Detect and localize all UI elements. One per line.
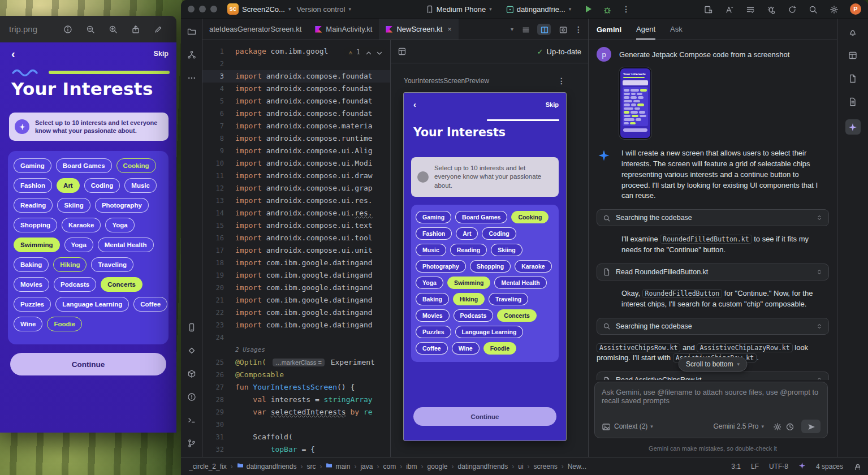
debug-button[interactable] bbox=[603, 4, 611, 14]
terminal-tool-icon[interactable] bbox=[187, 414, 196, 425]
zoom-out-icon[interactable] bbox=[86, 24, 95, 34]
file-encoding[interactable]: UTF-8 bbox=[769, 463, 788, 470]
breadcrumb-item[interactable]: main bbox=[326, 462, 350, 470]
code-line[interactable]: 11import androidx.compose.ui.draw bbox=[202, 170, 390, 182]
zoom-in-icon[interactable] bbox=[109, 24, 118, 34]
code-line[interactable]: 8import androidx.compose.runtime bbox=[202, 132, 390, 145]
breadcrumb-item[interactable]: google bbox=[427, 463, 447, 470]
preview-layout-icon[interactable] bbox=[398, 47, 407, 57]
history-icon[interactable] bbox=[785, 422, 793, 431]
attach-image-icon[interactable] bbox=[602, 422, 610, 431]
code-line[interactable]: 7import androidx.compose.materia bbox=[202, 120, 390, 132]
gemini-assist-icon[interactable] bbox=[725, 4, 734, 14]
code-line[interactable]: 25@OptIn( …markerClass = Experiment bbox=[202, 356, 390, 369]
gemini-prompt-input[interactable] bbox=[602, 388, 821, 413]
tool-step-card[interactable]: Read AssistiveChipsRow.kt bbox=[597, 372, 829, 380]
structure-tool-icon[interactable] bbox=[187, 49, 196, 59]
code-line[interactable]: 24 bbox=[202, 331, 390, 344]
breadcrumb-item[interactable]: src bbox=[306, 463, 316, 470]
model-selector[interactable]: Gemini 2.5 Pro ▾ bbox=[713, 422, 764, 430]
expand-collapse-icon[interactable] bbox=[816, 269, 823, 275]
indent-setting[interactable]: 4 spaces bbox=[816, 463, 843, 470]
device-file-explorer-icon[interactable] bbox=[848, 73, 857, 83]
breadcrumb-item[interactable]: com bbox=[383, 463, 396, 470]
build-tasks-icon[interactable] bbox=[746, 4, 755, 14]
device-selector[interactable]: Medium Phone ▾ bbox=[425, 5, 492, 14]
usages-inlay-hint[interactable]: 2 Usages bbox=[202, 344, 390, 356]
running-devices-icon[interactable] bbox=[187, 322, 196, 332]
run-button[interactable] bbox=[586, 6, 591, 12]
device-mirroring-icon[interactable] bbox=[704, 4, 713, 14]
breadcrumb-item[interactable]: ibm bbox=[406, 463, 417, 470]
editor-tab[interactable]: ateIdeasGeneratorScreen.kt bbox=[202, 19, 308, 40]
scroll-to-bottom-button[interactable]: Scroll to bottom ▾ bbox=[678, 357, 748, 372]
code-line[interactable]: 6import androidx.compose.foundat bbox=[202, 107, 390, 120]
code-view-toggle[interactable] bbox=[519, 24, 532, 35]
editor-tab[interactable]: MainActivity.kt bbox=[308, 19, 379, 40]
share-icon[interactable] bbox=[131, 24, 140, 34]
more-actions-icon[interactable]: ⋮ bbox=[622, 5, 630, 14]
gemini-tab-ask[interactable]: Ask bbox=[670, 25, 683, 40]
editor-tab[interactable]: NewScreen.kt× bbox=[379, 19, 459, 40]
hidden-tabs-chevron-icon[interactable]: ▾ bbox=[511, 27, 513, 32]
line-ending[interactable]: LF bbox=[751, 463, 759, 470]
tool-step-card[interactable]: Read RoundedFilledButton.kt bbox=[597, 264, 829, 280]
design-view-toggle[interactable] bbox=[556, 24, 569, 35]
notifications-icon[interactable] bbox=[848, 27, 857, 37]
code-line[interactable]: 21import com.ibm.google.datingand bbox=[202, 294, 390, 306]
code-line[interactable]: 12import androidx.compose.ui.grap bbox=[202, 182, 390, 195]
breadcrumb-item[interactable]: New... bbox=[568, 463, 586, 470]
close-tab-icon[interactable]: × bbox=[447, 25, 452, 33]
zoom-window-button[interactable] bbox=[210, 6, 217, 12]
gemini-status-icon[interactable] bbox=[798, 462, 806, 471]
context-selector[interactable]: Context (2) ▾ bbox=[614, 422, 653, 430]
run-configuration-selector[interactable]: datingandfrie... ▾ bbox=[506, 5, 572, 14]
caret-position[interactable]: 3:1 bbox=[731, 463, 741, 470]
edit-pencil-icon[interactable] bbox=[154, 24, 163, 34]
code-line[interactable]: 13import androidx.compose.ui.res. bbox=[202, 195, 390, 207]
logcat-icon[interactable] bbox=[848, 96, 857, 106]
code-line[interactable]: 18import com.ibm.google.datingand bbox=[202, 257, 390, 269]
preview-more-icon[interactable]: ⋮ bbox=[558, 76, 565, 85]
device-explorer-icon[interactable] bbox=[848, 50, 857, 60]
preview-name[interactable]: YourInterestsScreenPreview bbox=[404, 77, 489, 85]
code-line[interactable]: 10import androidx.compose.ui.Modi bbox=[202, 157, 390, 170]
code-line[interactable]: 31 Scaffold( bbox=[202, 431, 390, 443]
code-line[interactable]: 28 val interests = stringArray bbox=[202, 394, 390, 406]
code-line[interactable]: 9import androidx.compose.ui.Alig bbox=[202, 145, 390, 157]
code-line[interactable]: 23import com.ibm.google.datingand bbox=[202, 319, 390, 331]
breadcrumb-item[interactable]: screens bbox=[534, 463, 558, 470]
version-control-icon[interactable] bbox=[187, 438, 196, 448]
code-line[interactable]: 16import androidx.compose.ui.tool bbox=[202, 232, 390, 244]
resource-manager-icon[interactable] bbox=[187, 345, 196, 355]
search-everywhere-icon[interactable] bbox=[809, 4, 818, 14]
problems-tool-icon[interactable] bbox=[187, 391, 196, 401]
breadcrumb-item[interactable]: ui bbox=[518, 463, 523, 470]
tool-step-card[interactable]: Searching the codebase bbox=[597, 318, 829, 335]
info-icon[interactable] bbox=[63, 24, 72, 34]
expand-collapse-icon[interactable] bbox=[816, 377, 823, 380]
build-tool-icon[interactable] bbox=[187, 368, 196, 378]
readonly-lock-icon[interactable] bbox=[853, 463, 860, 470]
split-view-toggle[interactable] bbox=[537, 24, 551, 35]
prev-problem-icon[interactable] bbox=[364, 49, 371, 55]
more-tool-windows-icon[interactable] bbox=[187, 72, 196, 83]
user-avatar[interactable]: P bbox=[850, 3, 861, 15]
code-line[interactable]: 15import androidx.compose.ui.text bbox=[202, 219, 390, 232]
project-tool-icon[interactable] bbox=[187, 26, 196, 36]
code-line[interactable]: 20import com.ibm.google.datingand bbox=[202, 282, 390, 294]
settings-gear-icon[interactable] bbox=[830, 4, 839, 14]
next-problem-icon[interactable] bbox=[375, 49, 382, 55]
gemini-tab-agent[interactable]: Agent bbox=[636, 25, 655, 40]
editor-more-icon[interactable]: ⋮ bbox=[575, 25, 582, 34]
code-line[interactable]: 27fun YourInterestsScreen() { bbox=[202, 381, 390, 394]
code-line[interactable]: 26@Composable bbox=[202, 369, 390, 381]
code-line[interactable]: 32 topBar = { bbox=[202, 443, 390, 456]
breadcrumb-item[interactable]: _circle_2_fix bbox=[189, 463, 227, 470]
gemini-tool-icon[interactable] bbox=[845, 119, 861, 135]
code-line[interactable]: 29 var selectedInterests by re bbox=[202, 406, 390, 418]
send-button[interactable] bbox=[801, 420, 821, 433]
code-line[interactable]: 5import androidx.compose.foundat bbox=[202, 95, 390, 107]
sync-project-icon[interactable] bbox=[788, 4, 797, 14]
gemini-settings-icon[interactable] bbox=[773, 422, 781, 431]
